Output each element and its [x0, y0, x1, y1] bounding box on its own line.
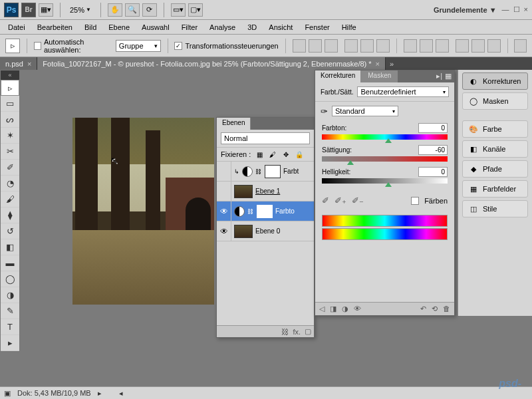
- eyedropper-tool-icon[interactable]: ✐: [1, 160, 19, 176]
- layers-tab[interactable]: Ebenen: [217, 118, 251, 130]
- tabs-overflow-icon[interactable]: »: [386, 57, 398, 70]
- layer-mask-btn-icon[interactable]: ▢: [305, 327, 311, 336]
- on-image-tool-icon[interactable]: ✑: [321, 106, 328, 116]
- hue-input[interactable]: 0: [418, 123, 448, 133]
- menu-bearbeiten[interactable]: Bearbeiten: [32, 21, 78, 33]
- auto-select-dropdown[interactable]: Gruppe: [116, 40, 161, 52]
- toolbox-grip[interactable]: «: [1, 70, 19, 80]
- menu-datei[interactable]: Datei: [3, 21, 31, 33]
- photoshop-logo[interactable]: Ps: [4, 3, 19, 17]
- menu-hilfe[interactable]: Hilfe: [336, 21, 362, 33]
- close-icon[interactable]: ×: [524, 5, 528, 14]
- dodge-tool-icon[interactable]: ◑: [1, 287, 19, 303]
- brush-tool-icon[interactable]: 🖌: [1, 192, 19, 207]
- menu-analyse[interactable]: Analyse: [204, 21, 241, 33]
- lightness-input[interactable]: 0: [418, 167, 448, 177]
- layer-fx-icon[interactable]: fx.: [293, 328, 301, 336]
- healing-tool-icon[interactable]: ◔: [1, 176, 19, 192]
- distribute-bottom-icon[interactable]: [436, 39, 449, 53]
- layer-mask-thumb[interactable]: [265, 165, 281, 178]
- colorize-checkbox[interactable]: [411, 197, 419, 205]
- korrekturen-tab[interactable]: Korrekturen: [315, 70, 361, 82]
- distribute-hcenter-icon[interactable]: [471, 39, 485, 53]
- dock-kanale[interactable]: ◧Kanäle: [462, 140, 528, 158]
- dock-farbe[interactable]: 🎨Farbe: [462, 120, 528, 138]
- menu-fenster[interactable]: Fenster: [299, 21, 334, 33]
- lightness-slider[interactable]: [322, 178, 448, 184]
- blur-tool-icon[interactable]: ◯: [1, 271, 19, 287]
- layer-mask-thumb[interactable]: [257, 205, 273, 218]
- rotate-view-icon[interactable]: ⟳: [142, 3, 157, 17]
- dock-pfade[interactable]: ◆Pfade: [462, 160, 528, 178]
- eyedropper-subtract-icon[interactable]: ✐₋: [352, 196, 364, 205]
- distribute-vcenter-icon[interactable]: [420, 39, 433, 53]
- hue-slider[interactable]: [322, 134, 448, 140]
- menu-3d[interactable]: 3D: [242, 21, 262, 33]
- align-bottom-icon[interactable]: [325, 39, 338, 53]
- doc-tab-1[interactable]: n.psd×: [0, 57, 37, 70]
- dock-farbfelder[interactable]: ▦Farbfelder: [462, 180, 528, 198]
- zoom-dropdown[interactable]: 25%▼: [67, 6, 94, 14]
- menu-auswahl[interactable]: Auswahl: [136, 21, 175, 33]
- eraser-tool-icon[interactable]: ◧: [1, 239, 19, 255]
- lock-image-icon[interactable]: 🖌: [268, 150, 277, 159]
- return-icon[interactable]: ◁: [319, 305, 325, 313]
- visibility-toggle[interactable]: [217, 162, 231, 181]
- arrange-docs-icon[interactable]: ▭▾: [171, 3, 186, 17]
- menu-bild[interactable]: Bild: [79, 21, 102, 33]
- clip-layer-icon[interactable]: ◑: [342, 305, 348, 313]
- masken-tab[interactable]: Masken: [361, 70, 398, 82]
- auto-select-checkbox[interactable]: [34, 42, 41, 50]
- panel-collapse-icon[interactable]: ▸|: [436, 72, 442, 81]
- blend-mode-dropdown[interactable]: Normal: [221, 132, 310, 144]
- distribute-right-icon[interactable]: [487, 39, 501, 53]
- close-tab-icon[interactable]: ×: [27, 60, 31, 68]
- layer-thumb[interactable]: [234, 225, 253, 238]
- close-tab-icon[interactable]: ×: [376, 60, 380, 68]
- menu-filter[interactable]: Filter: [176, 21, 203, 33]
- mask-link-icon[interactable]: ⛓: [255, 168, 262, 175]
- doc-tab-2[interactable]: Fotolia_10072167_M - © pureshot - Fotoli…: [37, 57, 386, 70]
- view-extras-icon[interactable]: ▦▾: [39, 3, 53, 17]
- link-layers-icon[interactable]: ⛓: [281, 328, 289, 336]
- bridge-logo[interactable]: Br: [21, 3, 36, 17]
- align-vcenter-icon[interactable]: [309, 39, 322, 53]
- menu-ebene[interactable]: Ebene: [103, 21, 135, 33]
- marquee-tool-icon[interactable]: ▭: [1, 96, 19, 112]
- layer-row[interactable]: 👁 Ebene 0: [217, 221, 314, 241]
- distribute-left-icon[interactable]: [456, 39, 469, 53]
- zoom-tool-icon[interactable]: 🔍: [125, 3, 140, 17]
- crop-tool-icon[interactable]: ✂: [1, 144, 19, 160]
- visibility-toggle[interactable]: 👁: [217, 201, 231, 221]
- align-top-icon[interactable]: [293, 39, 306, 53]
- move-tool-preset-icon[interactable]: ▹: [5, 39, 20, 53]
- delete-adjustment-icon[interactable]: 🗑: [443, 305, 450, 313]
- layer-row[interactable]: ↳ ⛓ Farbt: [217, 162, 314, 182]
- lock-position-icon[interactable]: ✥: [281, 150, 291, 159]
- eyedropper-icon[interactable]: ✐: [322, 196, 329, 205]
- range-dropdown[interactable]: Standard: [332, 106, 398, 116]
- visibility-toggle[interactable]: 👁: [217, 221, 231, 241]
- saturation-slider[interactable]: [322, 156, 448, 162]
- layer-row[interactable]: Ebene 1: [217, 182, 314, 201]
- path-select-tool-icon[interactable]: ▸: [1, 335, 19, 351]
- canvas[interactable]: [72, 118, 214, 305]
- move-tool-icon[interactable]: ▹: [1, 80, 19, 96]
- dock-masken[interactable]: ◯Masken: [462, 92, 528, 110]
- history-brush-tool-icon[interactable]: ↺: [1, 223, 19, 239]
- preset-dropdown[interactable]: Benutzerdefiniert: [357, 86, 449, 97]
- pen-tool-icon[interactable]: ✎: [1, 303, 19, 319]
- dock-stile[interactable]: ◫Stile: [462, 200, 528, 217]
- stamp-tool-icon[interactable]: ⧫: [1, 207, 19, 223]
- lasso-tool-icon[interactable]: ᔕ: [1, 112, 19, 128]
- menu-ansicht[interactable]: Ansicht: [263, 21, 298, 33]
- visibility-toggle[interactable]: [217, 182, 231, 201]
- toggle-visibility-icon[interactable]: 👁: [354, 305, 361, 313]
- workspace-dropdown[interactable]: Grundelemente ▼: [434, 6, 497, 14]
- saturation-input[interactable]: -60: [418, 145, 448, 155]
- maximize-icon[interactable]: ☐: [513, 5, 520, 14]
- prev-state-icon[interactable]: ↶: [420, 305, 426, 313]
- align-left-icon[interactable]: [344, 39, 358, 53]
- hand-tool-icon[interactable]: ✋: [108, 3, 122, 17]
- quick-select-tool-icon[interactable]: ✶: [1, 128, 19, 144]
